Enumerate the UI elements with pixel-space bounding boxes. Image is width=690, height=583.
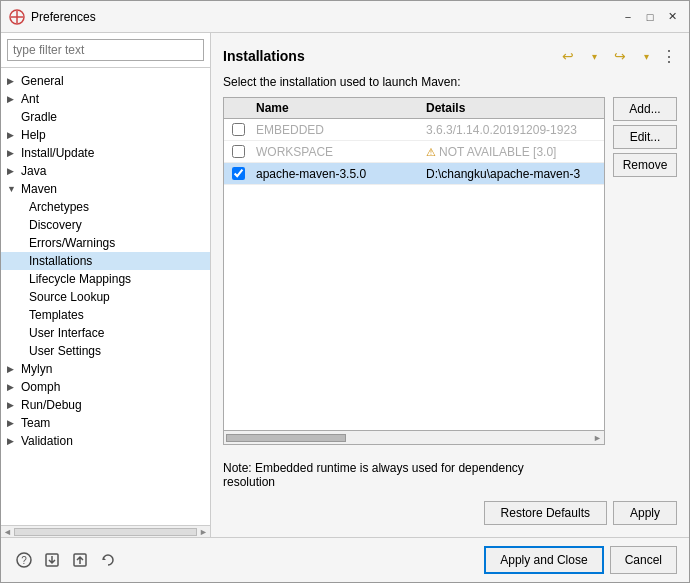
sidebar-item-label: Lifecycle Mappings [29, 272, 131, 286]
sidebar-item-discovery[interactable]: Discovery [1, 216, 210, 234]
import-icon[interactable] [41, 549, 63, 571]
sidebar-item-ant[interactable]: ▶ Ant [1, 90, 210, 108]
filter-input[interactable] [7, 39, 204, 61]
sidebar-item-label: Oomph [21, 380, 60, 394]
row-details: D:\changku\apache-maven-3 [422, 167, 604, 181]
row-details: 3.6.3/1.14.0.20191209-1923 [422, 123, 604, 137]
preferences-tree: ▶ General ▶ Ant ▶ Gradle ▶ Help [1, 33, 211, 537]
scroll-left-btn[interactable]: ◄ [3, 527, 12, 537]
check-column-header [224, 101, 252, 115]
preferences-dialog: Preferences − □ ✕ ▶ General ▶ Ant [0, 0, 690, 583]
expand-arrow: ▶ [7, 76, 21, 86]
sidebar-item-general[interactable]: ▶ General [1, 72, 210, 90]
sidebar-item-templates[interactable]: Templates [1, 306, 210, 324]
sidebar-item-java[interactable]: ▶ Java [1, 162, 210, 180]
row-details: ⚠NOT AVAILABLE [3.0] [422, 145, 604, 159]
expand-arrow: ▼ [7, 184, 21, 194]
sidebar-item-help[interactable]: ▶ Help [1, 126, 210, 144]
installations-area: Name Details EMBEDDED 3.6.3/1.14.0.20191… [223, 97, 677, 453]
expand-arrow: ▶ [7, 130, 21, 140]
table-row[interactable]: EMBEDDED 3.6.3/1.14.0.20191209-1923 [224, 119, 604, 141]
sidebar-item-label: Team [21, 416, 50, 430]
warning-icon: ⚠ [426, 146, 436, 158]
section-toolbar: ↩ ▾ ↪ ▾ ⋮ [557, 45, 677, 67]
sidebar-item-run-debug[interactable]: ▶ Run/Debug [1, 396, 210, 414]
maximize-button[interactable]: □ [641, 8, 659, 26]
more-options-button[interactable]: ⋮ [661, 47, 677, 66]
apache-maven-checkbox[interactable] [232, 167, 245, 180]
expand-arrow: ▶ [7, 400, 21, 410]
sidebar-item-label: User Interface [29, 326, 104, 340]
sidebar-item-team[interactable]: ▶ Team [1, 414, 210, 432]
sidebar-item-user-interface[interactable]: User Interface [1, 324, 210, 342]
sidebar-item-label: Ant [21, 92, 39, 106]
sidebar-item-source-lookup[interactable]: Source Lookup [1, 288, 210, 306]
titlebar: Preferences − □ ✕ [1, 1, 689, 33]
scrollbar-thumb[interactable] [226, 434, 346, 442]
cancel-button[interactable]: Cancel [610, 546, 677, 574]
name-column-header: Name [252, 101, 422, 115]
sidebar-item-label: Errors/Warnings [29, 236, 115, 250]
forward-button[interactable]: ↪ [609, 45, 631, 67]
sidebar-item-label: Templates [29, 308, 84, 322]
dropdown-button[interactable]: ▾ [583, 45, 605, 67]
back-button[interactable]: ↩ [557, 45, 579, 67]
sidebar-item-label: Help [21, 128, 46, 142]
expand-arrow: ▶ [7, 418, 21, 428]
refresh-icon[interactable] [97, 549, 119, 571]
tree-container: ▶ General ▶ Ant ▶ Gradle ▶ Help [1, 68, 210, 525]
sidebar-item-lifecycle-mappings[interactable]: Lifecycle Mappings [1, 270, 210, 288]
apply-close-button[interactable]: Apply and Close [484, 546, 603, 574]
svg-text:?: ? [21, 555, 27, 566]
add-button[interactable]: Add... [613, 97, 677, 121]
help-icon[interactable]: ? [13, 549, 35, 571]
sidebar-item-errors-warnings[interactable]: Errors/Warnings [1, 234, 210, 252]
minimize-button[interactable]: − [619, 8, 637, 26]
table-wrapper: Name Details EMBEDDED 3.6.3/1.14.0.20191… [223, 97, 605, 453]
scroll-right-icon[interactable]: ► [593, 433, 602, 443]
app-icon [9, 9, 25, 25]
expand-arrow: ▶ [7, 364, 21, 374]
sidebar-item-label: Discovery [29, 218, 82, 232]
sidebar-item-mylyn[interactable]: ▶ Mylyn [1, 360, 210, 378]
sidebar-item-validation[interactable]: ▶ Validation [1, 432, 210, 450]
sidebar-item-label: Validation [21, 434, 73, 448]
sidebar-item-label: Run/Debug [21, 398, 82, 412]
sidebar-item-label: General [21, 74, 64, 88]
export-icon[interactable] [69, 549, 91, 571]
search-area [1, 33, 210, 68]
bottom-actions: Restore Defaults Apply [223, 501, 677, 525]
table-row[interactable]: apache-maven-3.5.0 D:\changku\apache-mav… [224, 163, 604, 185]
details-column-header: Details [422, 101, 604, 115]
restore-defaults-button[interactable]: Restore Defaults [484, 501, 607, 525]
sidebar-item-gradle[interactable]: ▶ Gradle [1, 108, 210, 126]
workspace-checkbox[interactable] [232, 145, 245, 158]
table-row[interactable]: WORKSPACE ⚠NOT AVAILABLE [3.0] [224, 141, 604, 163]
dialog-content: ▶ General ▶ Ant ▶ Gradle ▶ Help [1, 33, 689, 537]
dialog-footer: ? Apply and Close Cancel [1, 537, 689, 582]
table-scrollbar: ► [223, 431, 605, 445]
remove-button[interactable]: Remove [613, 153, 677, 177]
side-buttons: Add... Edit... Remove [613, 97, 677, 453]
sidebar-item-installations[interactable]: Installations [1, 252, 210, 270]
section-header: Installations ↩ ▾ ↪ ▾ ⋮ [223, 45, 677, 67]
sidebar-item-archetypes[interactable]: Archetypes [1, 198, 210, 216]
row-name: WORKSPACE [252, 145, 422, 159]
expand-arrow: ▶ [7, 382, 21, 392]
sidebar-item-label: Mylyn [21, 362, 52, 376]
sidebar-item-maven[interactable]: ▼ Maven [1, 180, 210, 198]
edit-button[interactable]: Edit... [613, 125, 677, 149]
expand-arrow: ▶ [7, 436, 21, 446]
embedded-checkbox[interactable] [232, 123, 245, 136]
apply-button[interactable]: Apply [613, 501, 677, 525]
close-button[interactable]: ✕ [663, 8, 681, 26]
sidebar-item-oomph[interactable]: ▶ Oomph [1, 378, 210, 396]
footer-buttons: Apply and Close Cancel [119, 546, 677, 574]
sidebar-item-user-settings[interactable]: User Settings [1, 342, 210, 360]
sidebar-item-install-update[interactable]: ▶ Install/Update [1, 144, 210, 162]
expand-arrow: ▶ [7, 94, 21, 104]
sidebar-item-label: Maven [21, 182, 57, 196]
forward-dropdown-button[interactable]: ▾ [635, 45, 657, 67]
sidebar-item-label: Java [21, 164, 46, 178]
scroll-right-btn[interactable]: ► [199, 527, 208, 537]
